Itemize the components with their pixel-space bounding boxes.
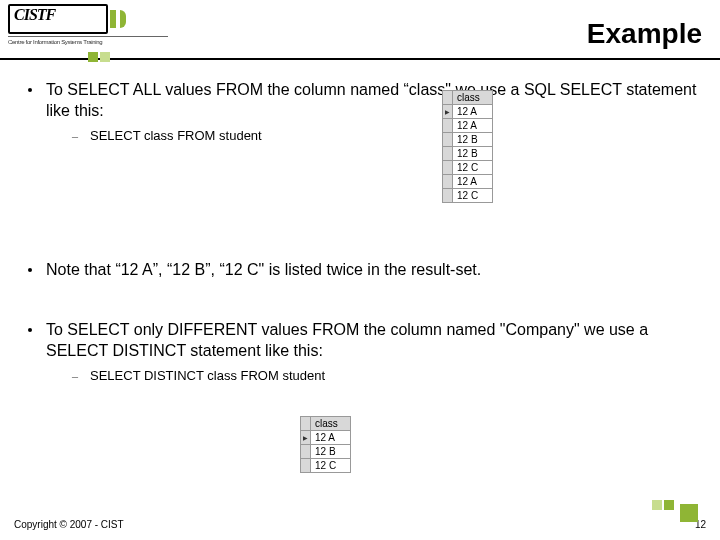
- bullet-text: Note that “12 A”, “12 B”, “12 C" is list…: [46, 260, 481, 281]
- accent-square-icon: [88, 52, 98, 62]
- bullet-icon: [28, 88, 32, 92]
- bullet-1: To SELECT ALL values FROM the column nam…: [24, 80, 704, 143]
- cell: 12 A: [311, 431, 351, 445]
- logo-subtitle: Centre for Information Systems Training: [8, 36, 168, 45]
- code-text: SELECT DISTINCT class FROM student: [90, 368, 325, 384]
- logo-accent-icon: [110, 10, 116, 28]
- dash-icon: –: [72, 370, 78, 382]
- sub-bullet-3: – SELECT DISTINCT class FROM student: [72, 368, 704, 384]
- result-table-2: class ▶12 A 12 B 12 C: [300, 416, 351, 473]
- row-selector: [301, 445, 311, 459]
- sub-bullet-1: – SELECT class FROM student: [72, 128, 704, 144]
- col-header: class: [453, 91, 493, 105]
- row-selector-header: [443, 91, 453, 105]
- row-selector: [301, 459, 311, 473]
- cell: 12 C: [453, 189, 493, 203]
- cell: 12 C: [311, 459, 351, 473]
- row-selector: [443, 175, 453, 189]
- row-selector: ▶: [301, 431, 311, 445]
- row-selector: ▶: [443, 105, 453, 119]
- cell: 12 B: [311, 445, 351, 459]
- result-table-1: class ▶12 A 12 A 12 B 12 B 12 C 12 A 12 …: [442, 90, 493, 203]
- header: CISTF Centre for Information Systems Tra…: [0, 0, 720, 56]
- row-selector: [443, 147, 453, 161]
- accent-square-icon: [680, 504, 698, 522]
- cell: 12 B: [453, 133, 493, 147]
- logo-accent-icon: [120, 10, 126, 28]
- col-header: class: [311, 417, 351, 431]
- cell: 12 A: [453, 105, 493, 119]
- cell: 12 A: [453, 175, 493, 189]
- bullet-3: To SELECT only DIFFERENT values FROM the…: [24, 320, 704, 383]
- accent-square-icon: [100, 52, 110, 62]
- logo: CISTF Centre for Information Systems Tra…: [8, 4, 168, 48]
- bullet-2: Note that “12 A”, “12 B”, “12 C" is list…: [24, 260, 704, 287]
- row-selector: [443, 189, 453, 203]
- cell: 12 B: [453, 147, 493, 161]
- code-text: SELECT class FROM student: [90, 128, 262, 144]
- bullet-text: To SELECT only DIFFERENT values FROM the…: [46, 320, 704, 362]
- row-selector: [443, 133, 453, 147]
- page-title: Example: [587, 18, 702, 50]
- row-selector: [443, 161, 453, 175]
- logo-text: CISTF: [14, 7, 55, 23]
- accent-square-icon: [664, 500, 674, 510]
- footer-copyright: Copyright © 2007 - CIST: [14, 519, 124, 530]
- accent-square-icon: [652, 500, 662, 510]
- cell: 12 C: [453, 161, 493, 175]
- bullet-icon: [28, 328, 32, 332]
- bullet-icon: [28, 268, 32, 272]
- dash-icon: –: [72, 130, 78, 142]
- slide: CISTF Centre for Information Systems Tra…: [0, 0, 720, 540]
- row-selector-header: [301, 417, 311, 431]
- cell: 12 A: [453, 119, 493, 133]
- bullet-text: To SELECT ALL values FROM the column nam…: [46, 80, 704, 122]
- row-selector: [443, 119, 453, 133]
